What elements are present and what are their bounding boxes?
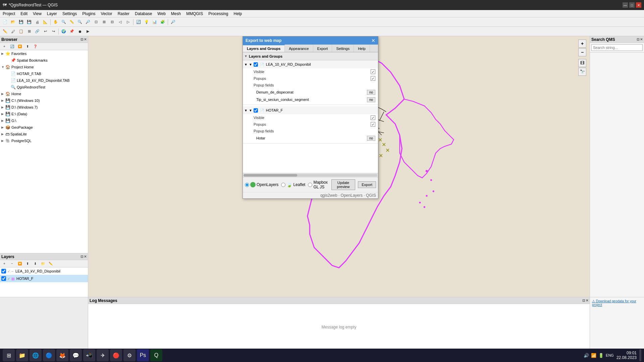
tree-spatialite[interactable]: ▶ 🗃 SpatiaLite — [0, 131, 88, 137]
map-binoculars-button[interactable]: 🔭 — [578, 68, 586, 76]
tree-g[interactable]: ▶ 💾 G:\ — [0, 117, 88, 124]
layers-up[interactable]: ⬆ — [24, 260, 31, 267]
menu-web[interactable]: Web — [155, 11, 168, 17]
lea-visible-check[interactable] — [371, 69, 375, 74]
tb-save-as[interactable]: 💾 — [25, 18, 33, 26]
layer-toggle-lea[interactable]: ▼ — [249, 63, 252, 66]
tb-plugins[interactable]: 🧩 — [159, 18, 166, 26]
tb2-redo[interactable]: ↪ — [50, 28, 57, 35]
tb2-globe[interactable]: 🌍 — [60, 28, 67, 35]
tb-stats[interactable]: 📊 — [151, 18, 158, 26]
log-icon-2[interactable]: ✕ — [586, 299, 588, 302]
layers-add[interactable]: + — [1, 260, 8, 267]
tb2-record[interactable]: ⏺ — [76, 28, 84, 35]
tab-appearance[interactable]: Appearance — [285, 45, 313, 52]
taskbar-skype[interactable]: 💬 — [70, 349, 82, 361]
qms-icon-2[interactable]: ✕ — [640, 38, 643, 41]
update-preview-button[interactable]: Update preview — [331, 179, 355, 190]
tb-open[interactable]: 📂 — [9, 18, 17, 26]
lea-field-2-btn[interactable]: no — [367, 97, 375, 102]
layers-edit[interactable]: ✏️ — [47, 260, 54, 267]
tb-zoom-out[interactable]: 🔎 — [84, 18, 92, 26]
layers-group[interactable]: 📁 — [39, 260, 47, 267]
hotar-popups-check[interactable] — [371, 122, 375, 127]
map-area[interactable]: ✕ ✕ ✕ ✕ ✕ ✕ ✕ ✕ ✕ ✕ ✕ ✕ ✕ ✕ — [88, 36, 590, 297]
tray-lang[interactable]: ENG — [606, 353, 614, 357]
tb-refresh[interactable]: 🔄 — [135, 18, 142, 26]
zoom-in-button[interactable]: + — [578, 40, 586, 48]
close-button[interactable]: ✕ — [636, 2, 641, 8]
menu-edit[interactable]: Edit — [18, 11, 30, 17]
tb2-grid[interactable]: ⊞ — [25, 28, 33, 35]
start-button[interactable]: ⊞ — [3, 349, 15, 361]
layers-down[interactable]: ⬇ — [32, 260, 39, 267]
tb-composer[interactable]: 📐 — [42, 18, 49, 26]
layer-toggle-hotar[interactable]: ▼ — [249, 109, 252, 112]
tree-home[interactable]: ▶ 🏠 Home — [0, 90, 88, 97]
tree-postgresql[interactable]: ▶ 🐘 PostgreSQL — [0, 137, 88, 144]
dialog-close-button[interactable]: ✕ — [371, 38, 375, 43]
taskbar-qgis[interactable]: Q — [150, 349, 162, 361]
tb-zoom-last[interactable]: ◁ — [116, 18, 124, 26]
tab-layers-groups[interactable]: Layers and Groups — [243, 45, 285, 52]
browser-filter[interactable]: 🔽 — [16, 43, 23, 50]
browser-icon-2[interactable]: ✕ — [84, 38, 87, 41]
taskbar-firefox[interactable]: 🦊 — [56, 349, 68, 361]
download-geodata-link[interactable]: ⚠ Download geodata for your project — [590, 297, 644, 309]
browser-help[interactable]: ❓ — [32, 43, 39, 50]
tree-c[interactable]: ▶ 💾 C:\ (Windows 10) — [0, 97, 88, 104]
minimize-button[interactable]: — — [623, 2, 628, 8]
map-film-button[interactable]: 🎞 — [578, 59, 586, 67]
lea-popups-check[interactable] — [371, 76, 375, 81]
taskbar-telegram[interactable]: ✈ — [97, 349, 109, 361]
tb-tip[interactable]: 💡 — [143, 18, 150, 26]
tab-export[interactable]: Export — [313, 45, 332, 52]
layer-item-hotar[interactable]: ✓ ▤ HOTAR_F — [0, 275, 88, 282]
layers-remove[interactable]: − — [8, 260, 16, 267]
taskbar-edge[interactable]: 🌐 — [30, 349, 42, 361]
taskbar-ps[interactable]: Ps — [137, 349, 149, 361]
tb2-digitize[interactable]: ✏️ — [1, 28, 9, 35]
layer-item-lea[interactable]: ✓ ╌ LEA_10_kV_RD_Disponibil — [0, 267, 88, 275]
tb-identify[interactable]: 🔍 — [60, 18, 67, 26]
dialog-layer-lea-header[interactable]: ▼ ▼ 📄 LEA_10_kV_RD_Disponibil — [243, 60, 378, 68]
qms-icon-1[interactable]: ⊡ — [637, 38, 639, 41]
show-desktop-button[interactable] — [639, 349, 641, 361]
menu-settings[interactable]: Settings — [60, 11, 79, 17]
browser-icon-1[interactable]: ⊡ — [80, 38, 83, 41]
layer-check-lea[interactable] — [1, 269, 6, 274]
tree-spatial-bookmarks[interactable]: 📌 Spatial Bookmarks — [0, 57, 88, 64]
tb-save[interactable]: 💾 — [17, 18, 25, 26]
tb-new[interactable]: 📄 — [1, 18, 9, 26]
taskbar-chrome[interactable]: 🔵 — [43, 349, 55, 361]
layers-icon-1[interactable]: ⊡ — [80, 255, 83, 258]
taskbar-app-1[interactable]: ⚙ — [123, 349, 136, 361]
layers-icon-2[interactable]: ✕ — [84, 255, 87, 258]
taskbar-opera[interactable]: 🔴 — [110, 349, 122, 361]
tree-e[interactable]: ▶ 💾 E:\ (Data) — [0, 111, 88, 117]
dialog-scrollbar[interactable] — [243, 173, 378, 177]
layer-checkbox-hotar[interactable] — [254, 108, 258, 113]
tb2-attr[interactable]: 📋 — [17, 28, 25, 35]
radio-openlayers[interactable] — [245, 183, 249, 187]
hotar-field-1-btn[interactable]: no — [367, 136, 375, 141]
menu-vector[interactable]: Vector — [98, 11, 115, 17]
menu-help[interactable]: Help — [231, 11, 245, 17]
lea-field-1-btn[interactable]: no — [367, 90, 375, 95]
layer-expand-lea[interactable]: ▼ — [244, 63, 248, 66]
zoom-out-button[interactable]: − — [578, 48, 586, 56]
browser-add[interactable]: + — [1, 43, 8, 50]
browser-collapse[interactable]: ⬆ — [24, 43, 31, 50]
tree-hotar[interactable]: 📄 HOTAR_F.TAB — [0, 70, 88, 77]
tab-help[interactable]: Help — [354, 45, 370, 52]
tb-print[interactable]: 🖨 — [34, 18, 41, 26]
tb2-edit[interactable]: 🖊 — [9, 28, 17, 35]
dialog-layer-hotar-header[interactable]: ▼ ▼ 📄 HOTAR_F — [243, 106, 378, 114]
qms-search-input[interactable] — [591, 44, 643, 51]
taskbar-files[interactable]: 📁 — [16, 349, 28, 361]
menu-layer[interactable]: Layer — [44, 11, 60, 17]
tb2-undo[interactable]: ↩ — [42, 28, 49, 35]
option-leaflet[interactable]: 🍃 Leaflet — [281, 182, 305, 187]
option-openlayers[interactable]: OpenLayers — [245, 182, 278, 187]
menu-mmqgis[interactable]: MMQGIS — [183, 11, 206, 17]
